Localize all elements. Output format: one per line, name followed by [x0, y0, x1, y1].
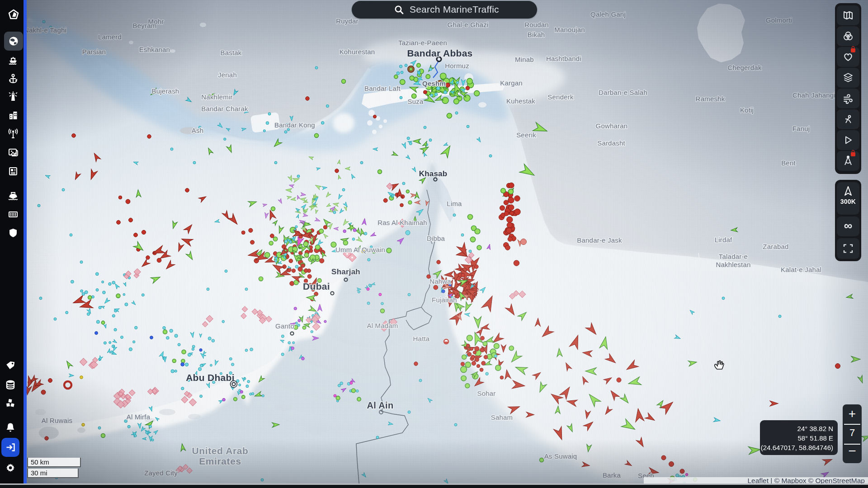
svg-text:As Suwaiq: As Suwaiq: [544, 452, 577, 460]
svg-text:Lirdaf: Lirdaf: [715, 236, 732, 244]
svg-text:Beyram: Beyram: [133, 22, 157, 29]
svg-text:Hormuz: Hormuz: [445, 62, 469, 70]
svg-text:Manoujan: Manoujan: [554, 26, 585, 33]
svg-text:Qaleh Ganj: Qaleh Ganj: [590, 10, 626, 18]
svg-text:Kohurestan: Kohurestan: [340, 48, 375, 56]
svg-text:Nakhlestan: Nakhlestan: [716, 261, 750, 268]
svg-text:Bandar Laft: Bandar Laft: [364, 84, 401, 92]
svg-text:Roudan: Roudan: [524, 21, 549, 28]
svg-text:Ash: Ash: [192, 127, 203, 134]
svg-text:Suza: Suza: [408, 98, 424, 105]
svg-text:Kuhestak: Kuhestak: [506, 97, 535, 105]
svg-text:Gowharan: Gowharan: [596, 122, 628, 130]
svg-text:Dibba: Dibba: [427, 235, 445, 242]
svg-text:Bandar Kong: Bandar Kong: [274, 121, 315, 129]
svg-text:Dubai: Dubai: [303, 281, 330, 291]
svg-text:Zarabad: Zarabad: [763, 243, 788, 250]
svg-text:Emirates: Emirates: [199, 456, 241, 466]
svg-text:Bastak: Bastak: [220, 49, 241, 56]
svg-text:Bujerash: Bujerash: [152, 87, 179, 95]
svg-text:Qeshm: Qeshm: [422, 80, 446, 87]
svg-text:Hatta: Hatta: [413, 335, 430, 343]
svg-text:Senderk: Senderk: [547, 93, 574, 101]
svg-text:Ghal-e Ghazi: Ghal-e Ghazi: [448, 21, 489, 28]
svg-text:Seerik: Seerik: [516, 131, 536, 139]
svg-text:Kalat-e Jahal: Kalat-e Jahal: [781, 266, 821, 273]
svg-text:Al Madam: Al Madam: [367, 322, 398, 329]
svg-text:Lamerd: Lamerd: [98, 33, 122, 41]
svg-text:Ras Al Khaimah: Ras Al Khaimah: [377, 219, 427, 226]
svg-text:Chah Jahangir: Chah Jahangir: [793, 91, 838, 99]
svg-text:Al Ain: Al Ain: [367, 400, 394, 410]
svg-text:Al Ruwais: Al Ruwais: [42, 417, 73, 424]
svg-text:Fanuj: Fanuj: [793, 125, 810, 132]
svg-text:Hashtbandi: Hashtbandi: [546, 55, 581, 62]
svg-text:Kotij: Kotij: [740, 106, 754, 114]
svg-text:Minab: Minab: [515, 56, 534, 63]
svg-text:Rameshk: Rameshk: [696, 95, 725, 103]
svg-text:Barka: Barka: [603, 471, 621, 479]
svg-text:Nakhl-e Taghi: Nakhl-e Taghi: [24, 26, 66, 34]
svg-text:Al Mirfa: Al Mirfa: [127, 413, 151, 421]
svg-text:Tazian-e-Paeen: Tazian-e-Paeen: [398, 39, 447, 47]
svg-text:Nahwa: Nahwa: [429, 277, 451, 285]
svg-text:Bandar Charak: Bandar Charak: [201, 105, 248, 113]
svg-text:Sohar: Sohar: [477, 389, 495, 397]
svg-text:Khasab: Khasab: [419, 169, 448, 178]
svg-text:Bent: Bent: [781, 159, 796, 167]
svg-text:Eshkanan: Eshkanan: [139, 46, 170, 53]
svg-text:Abu Dhabi: Abu Dhabi: [186, 372, 235, 383]
svg-text:Chegerdak: Chegerdak: [727, 64, 761, 71]
svg-text:Taladar-e: Taladar-e: [719, 253, 748, 260]
svg-text:Ruydar: Ruydar: [336, 17, 359, 25]
svg-text:Bikah: Bikah: [528, 31, 545, 38]
svg-text:Sardasht: Sardasht: [597, 139, 625, 147]
svg-text:Nakhlemir: Nakhlemir: [201, 93, 232, 101]
svg-text:Ganto: Ganto: [275, 322, 294, 330]
svg-text:Kargan: Kargan: [500, 79, 523, 87]
svg-text:Darban-e Salah: Darban-e Salah: [599, 89, 647, 96]
svg-text:Lima: Lima: [447, 200, 462, 207]
svg-text:Bandar-e Jask: Bandar-e Jask: [577, 236, 622, 244]
svg-text:Golmorti: Golmorti: [766, 16, 792, 24]
svg-text:Sharjah: Sharjah: [331, 267, 360, 276]
svg-text:Jenah: Jenah: [218, 71, 237, 79]
svg-text:Bandar Abbas: Bandar Abbas: [407, 48, 472, 58]
svg-text:Umm Al Quwain: Umm Al Quwain: [335, 246, 385, 253]
svg-text:Parsian: Parsian: [82, 48, 106, 56]
svg-text:Zayed City: Zayed City: [144, 469, 178, 477]
svg-text:Fujairah: Fujairah: [432, 296, 457, 304]
svg-text:Saham: Saham: [491, 413, 513, 421]
svg-text:United Arab: United Arab: [192, 446, 249, 456]
